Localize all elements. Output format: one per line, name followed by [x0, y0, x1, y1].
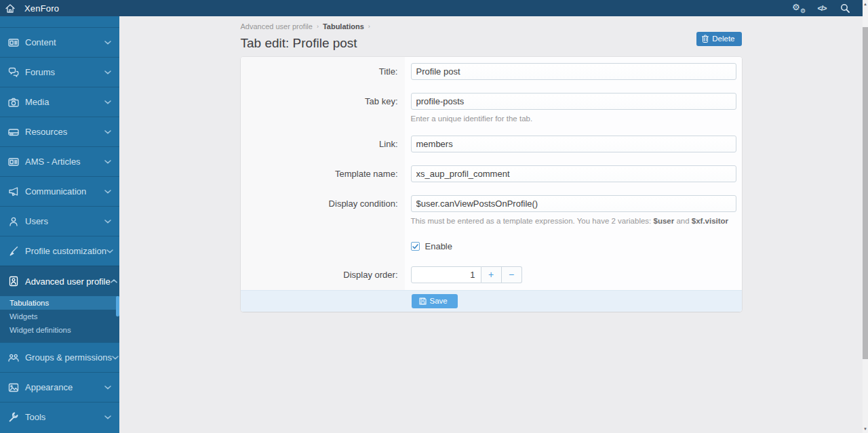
enable-checkbox[interactable] [411, 242, 420, 251]
search-button[interactable] [837, 0, 853, 16]
chevron-down-icon [104, 70, 111, 75]
sidebar-item-forums[interactable]: Forums [0, 57, 119, 87]
display-condition-hint: This must be entered as a template expre… [411, 217, 742, 225]
home-icon [5, 4, 15, 13]
increment-button[interactable]: + [481, 266, 502, 283]
display-order-stepper: + − [411, 266, 742, 283]
form-row-title: Title: [241, 57, 742, 87]
scroll-down-arrow[interactable]: ▼ [863, 426, 868, 432]
sidebar-item-profile-customization[interactable]: Profile customization [0, 236, 119, 266]
title-label: Title: [241, 57, 405, 87]
sidebar-item-resources[interactable]: Resources [0, 117, 119, 146]
users-icon [8, 216, 19, 227]
form-row-enable: Enable [241, 232, 742, 260]
content-icon [8, 37, 19, 48]
display-order-label: Display order: [241, 260, 405, 290]
enable-label: Enable [425, 241, 452, 251]
breadcrumb-advanced-user-profile[interactable]: Advanced user profile [241, 22, 313, 30]
sidebar-item-content[interactable]: Content [0, 27, 119, 57]
top-bar: XenForo ⚙⚙ </> [0, 0, 863, 16]
tab-edit-form: Title: Tab key: Enter a unique identifie… [241, 57, 742, 312]
check-icon [412, 244, 418, 249]
form-row-template-name: Template name: [241, 159, 742, 189]
gears-button[interactable]: ⚙⚙ [791, 0, 807, 16]
page-title: Tab edit: Profile post [241, 36, 742, 51]
chevron-down-icon [104, 160, 111, 164]
form-row-display-condition: Display condition: This must be entered … [241, 189, 742, 232]
sidebar-subitem-widget-definitions[interactable]: Widget definitions [0, 323, 119, 337]
sidebar-item-appearance[interactable]: Appearance [0, 372, 119, 402]
tab-key-hint: Enter a unique identifier for the tab. [411, 115, 742, 123]
sidebar-subitem-tabulations[interactable]: Tabulations [0, 296, 119, 310]
breadcrumb-tabulations[interactable]: Tabulations [323, 22, 364, 30]
trash-icon [702, 35, 709, 43]
home-button[interactable] [0, 0, 20, 16]
form-footer: Save [241, 290, 742, 312]
main-content: Advanced user profile › Tabulations › Ta… [119, 16, 863, 433]
sidebar: Content Forums Media Resources AMS - Art… [0, 16, 119, 433]
media-icon [8, 97, 19, 108]
save-icon [419, 297, 427, 305]
sidebar-subitem-widgets[interactable]: Widgets [0, 310, 119, 323]
sidebar-item-advanced-user-profile[interactable]: Advanced user profile [0, 266, 119, 296]
tab-key-label: Tab key: [241, 87, 405, 129]
resources-icon [8, 127, 19, 138]
forums-icon [8, 67, 19, 78]
sidebar-item-users[interactable]: Users [0, 206, 119, 236]
link-input[interactable] [411, 136, 736, 152]
chevron-down-icon [104, 190, 111, 194]
appearance-icon [8, 382, 19, 393]
sidebar-group-advanced-user-profile: Advanced user profile Tabulations Widget… [0, 266, 119, 342]
sidebar-item-communication[interactable]: Communication [0, 176, 119, 206]
tools-icon [8, 412, 19, 423]
groups-icon [8, 352, 19, 363]
tab-key-input[interactable] [411, 93, 736, 110]
sidebar-item-media[interactable]: Media [0, 87, 119, 117]
profile-customization-icon [8, 246, 19, 257]
advanced-user-profile-icon [8, 276, 19, 287]
scroll-up-arrow[interactable]: ▲ [863, 1, 868, 7]
enable-checkbox-row[interactable]: Enable [411, 238, 742, 253]
code-button[interactable]: </> [814, 0, 830, 16]
chevron-down-icon [112, 356, 119, 360]
sidebar-item-tools[interactable]: Tools [0, 402, 119, 432]
search-icon [840, 3, 850, 13]
breadcrumb: Advanced user profile › Tabulations › [241, 21, 742, 31]
sidebar-scrollbar-thumb[interactable] [116, 296, 119, 316]
breadcrumb-separator: › [317, 23, 319, 30]
chevron-down-icon [104, 415, 111, 419]
chevron-down-icon [104, 100, 111, 104]
chevron-down-icon [104, 130, 111, 134]
communication-icon [8, 186, 19, 197]
title-input[interactable] [411, 63, 736, 80]
gears-icon: ⚙⚙ [792, 3, 806, 14]
scrollbar-thumb[interactable] [863, 27, 868, 359]
code-icon: </> [818, 4, 827, 12]
delete-button[interactable]: Delete [696, 32, 741, 46]
template-name-input[interactable] [411, 165, 736, 182]
form-row-link: Link: [241, 129, 742, 159]
chevron-down-icon [104, 220, 111, 224]
save-button[interactable]: Save [412, 294, 458, 308]
form-row-tab-key: Tab key: Enter a unique identifier for t… [241, 87, 742, 129]
display-condition-input[interactable] [411, 195, 736, 212]
breadcrumb-separator: › [368, 23, 370, 30]
form-row-display-order: Display order: + − [241, 260, 742, 290]
sidebar-item-ams-articles[interactable]: AMS - Articles [0, 146, 119, 176]
chevron-down-icon [104, 41, 111, 45]
chevron-down-icon [104, 386, 111, 390]
window-scrollbar[interactable]: ▲ ▼ [863, 0, 868, 433]
chevron-up-icon [111, 279, 117, 283]
chevron-down-icon [106, 249, 113, 253]
app-brand[interactable]: XenForo [24, 3, 59, 14]
sidebar-item-groups-permissions[interactable]: Groups & permissions [0, 342, 119, 372]
link-label: Link: [241, 129, 405, 159]
topbar-actions: ⚙⚙ </> [791, 0, 863, 16]
articles-icon [8, 157, 19, 167]
decrement-button[interactable]: − [502, 266, 522, 283]
display-order-input[interactable] [411, 266, 481, 283]
display-condition-label: Display condition: [241, 189, 405, 232]
template-name-label: Template name: [241, 159, 405, 189]
